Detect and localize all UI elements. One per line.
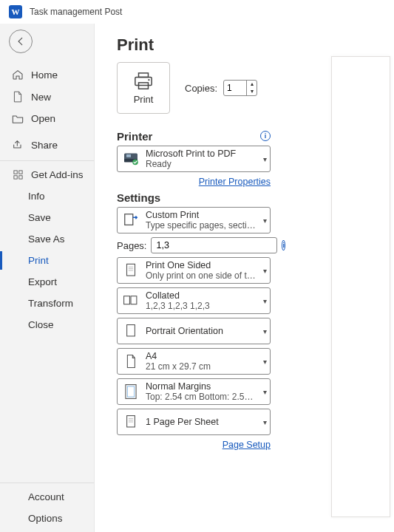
info-icon[interactable]: i bbox=[260, 131, 271, 141]
copies-spinner[interactable]: ▴ ▾ bbox=[246, 81, 257, 95]
svg-rect-2 bbox=[13, 176, 16, 179]
back-button[interactable] bbox=[9, 30, 33, 53]
sidebar-item-label: Get Add-ins bbox=[31, 169, 84, 180]
sidebar-item-addins[interactable]: Get Add-ins bbox=[0, 164, 94, 185]
printer-properties-link[interactable]: Printer Properties bbox=[199, 177, 271, 187]
print-range-selector[interactable]: Custom PrintType specific pages, section… bbox=[117, 207, 271, 233]
sidebar-item-close[interactable]: Close bbox=[0, 314, 94, 335]
info-icon[interactable]: i bbox=[282, 240, 285, 250]
sidebar-item-label: Open bbox=[31, 113, 55, 124]
margins-icon bbox=[122, 383, 140, 400]
sidebar-item-save[interactable]: Save bbox=[0, 207, 94, 228]
word-app-icon: W bbox=[9, 5, 22, 18]
chevron-down-icon: ▾ bbox=[263, 267, 267, 275]
copies-field[interactable]: ▴ ▾ bbox=[223, 80, 257, 96]
sidebar-item-print[interactable]: Print bbox=[0, 250, 94, 271]
svg-rect-5 bbox=[135, 77, 152, 85]
print-preview-page bbox=[331, 56, 390, 517]
sidebar-item-label: New bbox=[31, 92, 51, 103]
chevron-down-icon: ▾ bbox=[263, 358, 267, 366]
sides-selector[interactable]: Print One SidedOnly print on one side of… bbox=[117, 257, 271, 284]
svg-rect-0 bbox=[13, 171, 16, 174]
sidebar-item-label: Share bbox=[31, 140, 58, 151]
svg-point-7 bbox=[148, 79, 149, 81]
print-button[interactable]: Print bbox=[117, 62, 170, 114]
collate-selector[interactable]: Collated1,2,3 1,2,3 1,2,3 ▾ bbox=[117, 287, 271, 314]
sidebar-item-open[interactable]: Open bbox=[0, 108, 94, 129]
portrait-icon bbox=[122, 322, 140, 340]
sidebar-item-export[interactable]: Export bbox=[0, 271, 94, 293]
chevron-down-icon: ▾ bbox=[263, 327, 267, 335]
sidebar-item-account[interactable]: Account bbox=[0, 486, 94, 508]
addins-icon bbox=[12, 169, 24, 180]
svg-rect-4 bbox=[139, 72, 149, 77]
printer-selector[interactable]: Microsoft Print to PDF Ready ▾ bbox=[117, 146, 271, 172]
svg-rect-19 bbox=[127, 325, 135, 336]
printer-icon bbox=[132, 72, 154, 91]
svg-rect-18 bbox=[131, 296, 137, 304]
title-bar: W Task management Post bbox=[0, 0, 394, 24]
page-title: Print bbox=[117, 35, 388, 55]
svg-rect-10 bbox=[126, 154, 131, 157]
svg-rect-17 bbox=[124, 296, 130, 304]
copies-input[interactable] bbox=[224, 83, 246, 93]
chevron-down-icon: ▾ bbox=[263, 155, 267, 163]
printer-heading: Printer bbox=[117, 130, 152, 143]
chevron-down-icon[interactable]: ▾ bbox=[247, 88, 257, 95]
sidebar-item-share[interactable]: Share bbox=[0, 134, 94, 156]
svg-rect-21 bbox=[127, 386, 134, 397]
arrow-left-icon bbox=[16, 36, 26, 47]
svg-rect-1 bbox=[18, 171, 21, 174]
backstage-sidebar: Home New Open Share Get Add-ins Info Sav… bbox=[0, 24, 95, 532]
page-setup-link[interactable]: Page Setup bbox=[223, 440, 271, 450]
sidebar-item-new[interactable]: New bbox=[0, 86, 94, 108]
page-per-sheet-icon bbox=[122, 413, 140, 431]
sidebar-item-label: Home bbox=[31, 69, 58, 81]
page-range-icon bbox=[122, 211, 140, 229]
chevron-down-icon: ▾ bbox=[263, 297, 267, 305]
chevron-down-icon: ▾ bbox=[263, 388, 267, 396]
orientation-selector[interactable]: Portrait Orientation ▾ bbox=[117, 318, 271, 344]
sidebar-item-saveas[interactable]: Save As bbox=[0, 228, 94, 250]
folder-open-icon bbox=[12, 114, 24, 124]
collated-icon bbox=[122, 292, 140, 310]
paper-icon bbox=[122, 352, 140, 370]
window-title: Task management Post bbox=[30, 7, 122, 17]
sidebar-item-home[interactable]: Home bbox=[0, 64, 94, 86]
copies-label: Copies: bbox=[185, 83, 217, 94]
chevron-down-icon: ▾ bbox=[263, 418, 267, 426]
paper-size-selector[interactable]: A421 cm x 29.7 cm ▾ bbox=[117, 348, 271, 375]
printer-name: Microsoft Print to PDF bbox=[146, 149, 257, 159]
new-doc-icon bbox=[12, 91, 24, 103]
pages-per-sheet-selector[interactable]: 1 Page Per Sheet ▾ bbox=[117, 409, 271, 435]
home-icon bbox=[12, 69, 24, 81]
svg-rect-22 bbox=[127, 416, 135, 427]
svg-rect-3 bbox=[18, 176, 21, 179]
sidebar-item-options[interactable]: Options bbox=[0, 508, 94, 529]
one-sided-icon bbox=[122, 262, 140, 279]
margins-selector[interactable]: Normal MarginsTop: 2.54 cm Bottom: 2.54 … bbox=[117, 378, 271, 405]
printer-status: Ready bbox=[146, 159, 257, 169]
chevron-up-icon[interactable]: ▴ bbox=[247, 81, 257, 88]
printer-device-icon bbox=[122, 150, 140, 168]
share-icon bbox=[12, 139, 24, 151]
chevron-down-icon: ▾ bbox=[263, 216, 267, 225]
svg-rect-13 bbox=[127, 264, 135, 276]
sidebar-item-transform[interactable]: Transform bbox=[0, 293, 94, 314]
svg-rect-12 bbox=[125, 214, 133, 225]
sidebar-item-info[interactable]: Info bbox=[0, 185, 94, 207]
pages-label: Pages: bbox=[117, 240, 146, 251]
pages-input[interactable] bbox=[151, 237, 277, 253]
